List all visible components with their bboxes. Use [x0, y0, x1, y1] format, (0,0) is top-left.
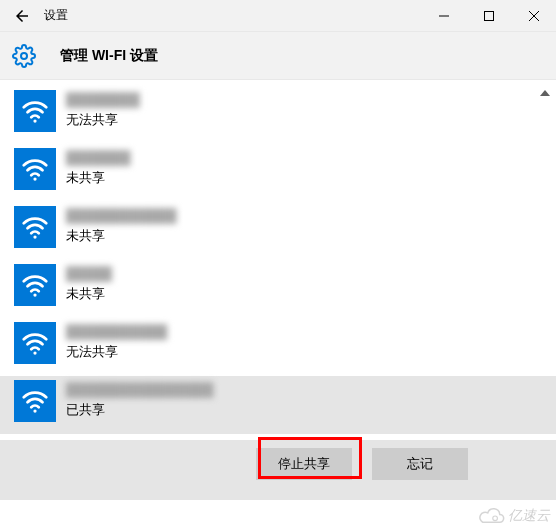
close-button[interactable] — [511, 0, 556, 32]
network-info: ████████████未共享 — [66, 206, 177, 245]
wifi-signal-icon — [14, 380, 56, 422]
watermark-text: 亿速云 — [508, 507, 550, 525]
svg-point-8 — [33, 293, 36, 296]
stop-sharing-button[interactable]: 停止共享 — [256, 448, 352, 480]
network-name: █████ — [66, 265, 112, 283]
wifi-signal-icon — [14, 148, 56, 190]
back-button[interactable] — [0, 0, 44, 32]
svg-point-9 — [33, 351, 36, 354]
app-title: 设置 — [44, 7, 421, 24]
content-area: ████████无法共享███████未共享████████████未共享███… — [0, 80, 556, 531]
wifi-network-item[interactable]: ████████████████已共享 — [0, 376, 556, 434]
arrow-left-icon — [13, 7, 31, 25]
network-name: ███████ — [66, 149, 130, 167]
network-info: ███████未共享 — [66, 148, 130, 187]
svg-point-5 — [33, 119, 36, 122]
window-controls — [421, 0, 556, 32]
svg-rect-1 — [484, 11, 493, 20]
wifi-signal-icon — [14, 264, 56, 306]
forget-button[interactable]: 忘记 — [372, 448, 468, 480]
svg-point-10 — [33, 409, 36, 412]
action-bar: 停止共享 忘记 — [0, 440, 556, 500]
title-bar: 设置 — [0, 0, 556, 32]
svg-point-7 — [33, 235, 36, 238]
watermark: 亿速云 — [478, 505, 550, 527]
wifi-signal-icon — [14, 322, 56, 364]
network-name: ████████████ — [66, 207, 177, 225]
wifi-network-list: ████████无法共享███████未共享████████████未共享███… — [0, 80, 556, 440]
network-name: ████████████████ — [66, 381, 213, 399]
network-info: ████████无法共享 — [66, 90, 140, 129]
wifi-signal-icon — [14, 90, 56, 132]
page-header: 管理 WI-FI 设置 — [0, 32, 556, 80]
network-name: ████████ — [66, 91, 140, 109]
network-share-status: 无法共享 — [66, 111, 140, 129]
network-share-status: 未共享 — [66, 285, 112, 303]
wifi-network-item[interactable]: █████未共享 — [0, 260, 556, 318]
maximize-button[interactable] — [466, 0, 511, 32]
network-share-status: 未共享 — [66, 169, 130, 187]
wifi-network-item[interactable]: ████████████未共享 — [0, 202, 556, 260]
wifi-network-item[interactable]: ███████未共享 — [0, 144, 556, 202]
maximize-icon — [484, 11, 494, 21]
wifi-network-item[interactable]: ███████████无法共享 — [0, 318, 556, 376]
network-share-status: 无法共享 — [66, 343, 167, 361]
page-title: 管理 WI-FI 设置 — [60, 47, 158, 65]
settings-gear-icon — [12, 44, 36, 68]
network-name: ███████████ — [66, 323, 167, 341]
wifi-signal-icon — [14, 206, 56, 248]
close-icon — [529, 11, 539, 21]
svg-point-6 — [33, 177, 36, 180]
network-share-status: 未共享 — [66, 227, 177, 245]
network-info: █████未共享 — [66, 264, 112, 303]
network-info: ████████████████已共享 — [66, 380, 213, 419]
cloud-icon — [478, 505, 506, 527]
svg-point-4 — [21, 53, 27, 59]
network-share-status: 已共享 — [66, 401, 213, 419]
minimize-button[interactable] — [421, 0, 466, 32]
network-info: ███████████无法共享 — [66, 322, 167, 361]
wifi-network-item[interactable]: ████████无法共享 — [0, 86, 556, 144]
minimize-icon — [439, 11, 449, 21]
svg-point-11 — [493, 516, 498, 521]
